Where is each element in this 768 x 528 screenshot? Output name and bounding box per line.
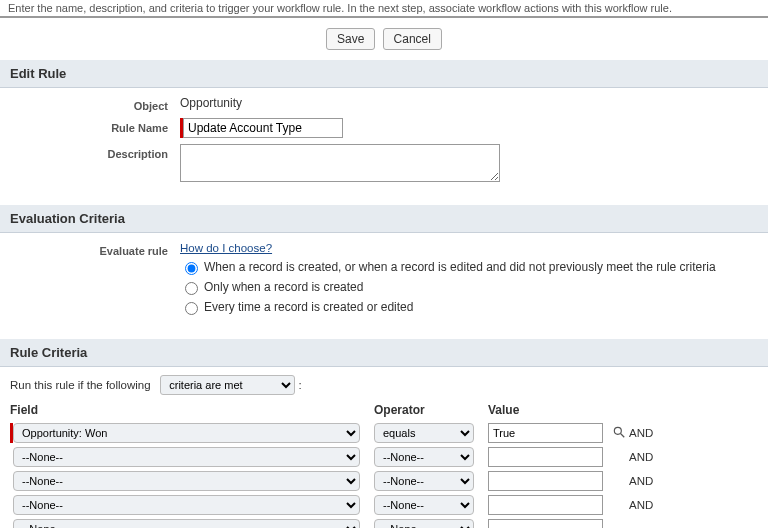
criteria-operator-select[interactable]: equals — [374, 423, 474, 443]
criteria-row: Opportunity: WonequalsAND — [10, 423, 758, 443]
section-edit-rule: Edit Rule — [0, 60, 768, 88]
rule-name-input[interactable] — [183, 118, 343, 138]
criteria-value-input[interactable] — [488, 495, 603, 515]
criteria-operator-select[interactable]: --None-- — [374, 447, 474, 467]
criteria-join-text: AND — [629, 475, 669, 487]
top-divider — [0, 16, 768, 18]
criteria-value-input[interactable] — [488, 519, 603, 528]
object-label: Object — [10, 96, 180, 112]
cancel-button[interactable]: Cancel — [383, 28, 442, 50]
svg-point-0 — [614, 427, 621, 434]
section-rule-criteria: Rule Criteria — [0, 339, 768, 367]
criteria-table: Field Operator Value Opportunity: Wonequ… — [0, 403, 768, 528]
criteria-field-select[interactable]: --None-- — [13, 471, 360, 491]
svg-line-1 — [621, 434, 625, 438]
criteria-intro-text: Run this rule if the following — [10, 379, 151, 391]
how-do-i-choose-link[interactable]: How do I choose? — [180, 242, 272, 254]
eval-radio-label: When a record is created, or when a reco… — [204, 260, 716, 274]
eval-radio-only-created[interactable] — [185, 282, 198, 295]
criteria-row: --None----None--AND — [10, 447, 758, 467]
object-value: Opportunity — [180, 96, 758, 112]
criteria-header-operator: Operator — [374, 403, 474, 417]
criteria-field-select[interactable]: Opportunity: Won — [13, 423, 360, 443]
section-evaluation-criteria: Evaluation Criteria — [0, 205, 768, 233]
criteria-operator-select[interactable]: --None-- — [374, 471, 474, 491]
criteria-value-input[interactable] — [488, 471, 603, 491]
criteria-value-input[interactable] — [488, 423, 603, 443]
eval-radio-label: Every time a record is created or edited — [204, 300, 413, 314]
criteria-row: --None----None--AND — [10, 471, 758, 491]
criteria-operator-select[interactable]: --None-- — [374, 519, 474, 528]
criteria-join-text: AND — [629, 451, 669, 463]
top-button-row: Save Cancel — [0, 24, 768, 60]
criteria-mode-select[interactable]: criteria are met — [160, 375, 295, 395]
criteria-join-text: AND — [629, 427, 669, 439]
criteria-operator-select[interactable]: --None-- — [374, 495, 474, 515]
description-label: Description — [10, 144, 180, 185]
criteria-row: --None----None-- — [10, 519, 758, 528]
page-help-text: Enter the name, description, and criteri… — [0, 0, 768, 14]
criteria-colon: : — [298, 379, 301, 391]
criteria-header-value: Value — [488, 403, 603, 417]
save-button[interactable]: Save — [326, 28, 375, 50]
criteria-field-select[interactable]: --None-- — [13, 495, 360, 515]
criteria-join-text: AND — [629, 499, 669, 511]
eval-radio-label: Only when a record is created — [204, 280, 363, 294]
eval-radio-created-or-edited-not-met[interactable] — [185, 262, 198, 275]
rule-name-label: Rule Name — [10, 118, 180, 138]
criteria-header-field: Field — [10, 403, 360, 417]
criteria-row: --None----None--AND — [10, 495, 758, 515]
eval-radio-every-time[interactable] — [185, 302, 198, 315]
criteria-field-select[interactable]: --None-- — [13, 519, 360, 528]
lookup-icon[interactable] — [609, 425, 629, 441]
evaluate-rule-label: Evaluate rule — [10, 241, 180, 319]
criteria-value-input[interactable] — [488, 447, 603, 467]
criteria-field-select[interactable]: --None-- — [13, 447, 360, 467]
description-input[interactable] — [180, 144, 500, 182]
